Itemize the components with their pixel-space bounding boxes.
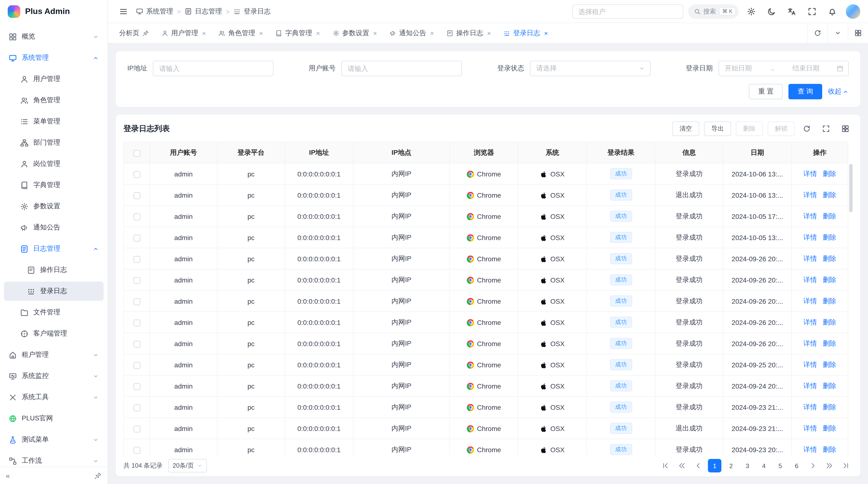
pager-last-button[interactable]: [839, 459, 852, 473]
tab-oplog[interactable]: 操作日志×: [440, 23, 497, 43]
reset-button[interactable]: 重 置: [749, 84, 783, 99]
delete-link[interactable]: 删除: [823, 403, 836, 411]
row-checkbox[interactable]: [133, 404, 140, 411]
tab-dict[interactable]: 字典管理×: [269, 23, 326, 43]
sidebar-item-test[interactable]: 测试菜单: [4, 430, 104, 449]
row-checkbox[interactable]: [133, 234, 140, 241]
fullscreen-button[interactable]: [804, 4, 820, 19]
tabs-more-button[interactable]: [828, 23, 848, 43]
row-checkbox[interactable]: [133, 362, 140, 368]
table-scrollbar[interactable]: [849, 164, 852, 212]
detail-link[interactable]: 详情: [803, 403, 817, 411]
detail-link[interactable]: 详情: [803, 360, 817, 368]
pager-page-5[interactable]: 5: [774, 459, 787, 473]
detail-link[interactable]: 详情: [803, 254, 817, 262]
detail-link[interactable]: 详情: [803, 233, 817, 241]
delete-link[interactable]: 删除: [823, 212, 836, 220]
sidebar-item-overview[interactable]: 概览: [4, 27, 104, 46]
tab-param[interactable]: 参数设置×: [326, 23, 383, 43]
tab-close-icon[interactable]: ×: [202, 30, 206, 36]
row-checkbox[interactable]: [133, 256, 140, 262]
tab-close-icon[interactable]: ×: [373, 30, 377, 36]
row-checkbox[interactable]: [133, 341, 140, 347]
notifications-button[interactable]: [825, 4, 840, 19]
delete-link[interactable]: 删除: [823, 297, 836, 304]
pager-page-1[interactable]: 1: [708, 459, 721, 473]
delete-link[interactable]: 删除: [823, 318, 836, 326]
sidebar-item-menu[interactable]: 菜单管理: [4, 112, 104, 131]
detail-link[interactable]: 详情: [803, 339, 817, 347]
login-date-range-picker[interactable]: 开始日期→结束日期: [718, 61, 849, 76]
tab-notice[interactable]: 通知公告×: [383, 23, 440, 43]
dark-mode-toggle[interactable]: [764, 4, 779, 19]
detail-link[interactable]: 详情: [803, 445, 817, 453]
pager-page-4[interactable]: 4: [757, 459, 771, 473]
delete-link[interactable]: 删除: [823, 276, 836, 283]
delete-link[interactable]: 删除: [823, 382, 836, 389]
pager-page-2[interactable]: 2: [724, 459, 738, 473]
global-search[interactable]: 搜索 ⌘ K: [688, 4, 739, 19]
tab-close-icon[interactable]: ×: [430, 30, 434, 36]
row-checkbox[interactable]: [133, 383, 140, 390]
row-checkbox[interactable]: [133, 192, 140, 199]
sidebar-item-user[interactable]: 用户管理: [4, 69, 104, 89]
query-button[interactable]: 查 询: [788, 84, 822, 99]
tabs-refresh-button[interactable]: [807, 23, 828, 43]
column-settings-button[interactable]: [838, 122, 852, 136]
language-switch-button[interactable]: [784, 4, 800, 19]
pager-prev-button[interactable]: [691, 459, 705, 473]
sidebar-collapse-button[interactable]: «: [6, 472, 10, 480]
page-size-select[interactable]: 20条/页: [168, 459, 207, 473]
user-account-input[interactable]: [341, 61, 462, 76]
sidebar-item-notice[interactable]: 通知公告: [4, 218, 104, 237]
layout-toggle-button[interactable]: [848, 23, 868, 43]
settings-button[interactable]: [744, 4, 759, 19]
sidebar-item-log[interactable]: 日志管理: [4, 239, 104, 258]
breadcrumb-item[interactable]: 登录日志: [234, 7, 271, 16]
sidebar-item-post[interactable]: 岗位管理: [4, 154, 104, 173]
detail-link[interactable]: 详情: [803, 424, 817, 432]
detail-link[interactable]: 详情: [803, 297, 817, 304]
row-checkbox[interactable]: [133, 319, 140, 326]
detail-link[interactable]: 详情: [803, 318, 817, 326]
avatar[interactable]: [846, 4, 860, 19]
unlock-button[interactable]: 解锁: [768, 122, 795, 136]
sidebar-item-role[interactable]: 角色管理: [4, 91, 104, 110]
sidebar-item-monitor[interactable]: 系统监控: [4, 366, 104, 386]
select-all-checkbox[interactable]: [133, 150, 140, 156]
delete-link[interactable]: 删除: [823, 360, 836, 368]
row-checkbox[interactable]: [133, 425, 140, 432]
tenant-select-input[interactable]: [572, 4, 683, 19]
sidebar-item-loginlog[interactable]: 登录日志: [4, 282, 104, 301]
tab-close-icon[interactable]: ×: [316, 30, 320, 36]
delete-button[interactable]: 删除: [736, 122, 763, 136]
row-checkbox[interactable]: [133, 213, 140, 220]
delete-link[interactable]: 删除: [823, 445, 836, 453]
sidebar-item-tenant[interactable]: 租户管理: [4, 345, 104, 364]
breadcrumb-item[interactable]: 系统管理: [136, 7, 173, 16]
sidebar-item-oplog[interactable]: 操作日志: [4, 260, 104, 280]
tab-loginlog[interactable]: 登录日志×: [497, 23, 554, 43]
hamburger-menu-button[interactable]: [116, 4, 131, 19]
tab-close-icon[interactable]: ×: [259, 30, 263, 36]
tab-user[interactable]: 用户管理×: [155, 23, 212, 43]
sidebar-item-dict[interactable]: 字典管理: [4, 175, 104, 195]
delete-link[interactable]: 删除: [823, 169, 836, 177]
delete-link[interactable]: 删除: [823, 233, 836, 241]
table-refresh-button[interactable]: [800, 122, 814, 136]
pager-prev-group-button[interactable]: [675, 459, 689, 473]
collapse-filters-link[interactable]: 收起: [828, 87, 849, 96]
login-status-select[interactable]: 请选择: [530, 61, 651, 76]
row-checkbox[interactable]: [133, 447, 140, 453]
export-button[interactable]: 导出: [704, 122, 731, 136]
pager-page-6[interactable]: 6: [790, 459, 803, 473]
pager-next-button[interactable]: [806, 459, 820, 473]
clear-button[interactable]: 清空: [672, 122, 699, 136]
sidebar-item-client[interactable]: 客户端管理: [4, 324, 104, 343]
tab-analysis[interactable]: 分析页: [113, 23, 155, 43]
delete-link[interactable]: 删除: [823, 191, 836, 198]
delete-link[interactable]: 删除: [823, 339, 836, 347]
detail-link[interactable]: 详情: [803, 382, 817, 389]
sidebar-pin-button[interactable]: [94, 472, 102, 479]
tab-role[interactable]: 角色管理×: [212, 23, 269, 43]
